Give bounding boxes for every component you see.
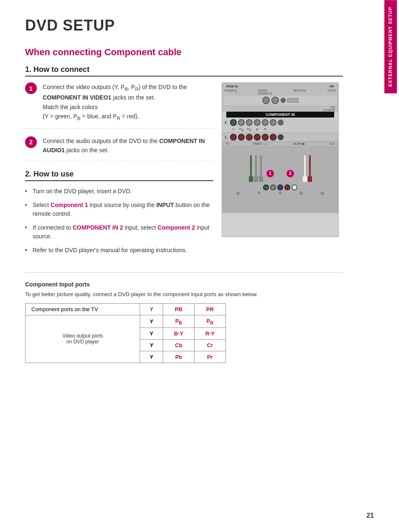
cont-label: CONT [327, 89, 336, 95]
row1-label: 1 [225, 135, 229, 139]
step1-text: Connect the video outputs (Y, PB, PR) of… [43, 82, 213, 123]
row2-y: Y [140, 328, 163, 340]
cable-num1: 1 [266, 170, 274, 177]
row2-pr: R-Y [194, 328, 226, 340]
page-title: DVD SETUP [25, 17, 343, 34]
section-title: When connecting Component cable [25, 47, 343, 58]
audio-right-label: AUDIO▶ [293, 142, 304, 146]
bullet-item-2: Select Component 1 input source by using… [25, 201, 213, 218]
row4-y: Y [140, 351, 163, 363]
row3-pb: Cb [163, 340, 194, 351]
video-label: VIDEO —— [253, 142, 269, 145]
bullet-item-3: If connected to COMPONENT IN 2 input, se… [25, 223, 213, 241]
table-header-col1: Component ports on the TV [26, 303, 140, 315]
table-header-row: Component ports on the TV Y PB PR [26, 303, 226, 315]
ports-info-title: Component Input ports [25, 281, 343, 288]
table-header-col2: Y [140, 303, 163, 315]
dvd-label-cell: Video output portson DVD player [26, 315, 140, 363]
row4-pr: Pr [194, 351, 226, 363]
page-number: 21 [366, 512, 374, 519]
service-label: SERVICE [294, 89, 307, 95]
row2-pb: B-Y [163, 328, 194, 340]
step2-circle: 2 [25, 136, 37, 148]
subsection1-title: 1. How to connect [25, 65, 343, 77]
bullet-item-1: Turn on the DVD player, insert a DVD. [25, 187, 213, 196]
row3-pr: Cr [194, 340, 226, 351]
row4-pb: Pb [163, 351, 194, 363]
n-label: N [226, 142, 228, 145]
rgb-pc-label: RGB(PC) [225, 89, 237, 95]
table-header-col4: PR [194, 303, 226, 315]
pr-label: PR [246, 127, 253, 132]
tv-diagram: RGB IN RE RGB(PC) AUDIO(RGB/DVI) SERVICE… [222, 82, 339, 237]
bullet-list: Turn on the DVD player, insert a DVD. Se… [25, 187, 213, 255]
cable-num2: 2 [286, 170, 294, 177]
row2-label: 2 [225, 120, 229, 125]
how-to-use-section: 2. How to use Turn on the DVD player, in… [25, 170, 213, 255]
rgb-in-label: RGB IN [226, 84, 238, 88]
step1-circle: 1 [25, 82, 37, 94]
ports-info-section: Component Input ports To get better pict… [25, 272, 343, 363]
component-in-label: COMPONENT IN [266, 113, 295, 117]
row1-y: Y [140, 315, 163, 328]
left-column: 1 Connect the video outputs (Y, PB, PR) … [25, 82, 213, 260]
step-1: 1 Connect the video outputs (Y, PB, PR) … [25, 82, 213, 129]
step-2: 2 Connect the audio outputs of the DVD t… [25, 136, 213, 161]
sv-label: S-V [329, 142, 334, 145]
subsection2-title: 2. How to use [25, 170, 213, 181]
y-label: Y [230, 128, 237, 131]
audio-rgb-label: AUDIO(RGB/DVI) [258, 89, 272, 95]
row3-y: Y [140, 340, 163, 351]
row1-pr: PR [194, 315, 226, 328]
pb-label: PB [238, 127, 245, 132]
bullet-item-4: Refer to the DVD player's manual for ope… [25, 246, 213, 255]
sidebar: EXTERNAL EQUIPMENT SETUP [382, 0, 399, 251]
right-column: RGB IN RE RGB(PC) AUDIO(RGB/DVI) SERVICE… [222, 82, 343, 260]
ports-table: Component ports on the TV Y PB PR Video … [25, 303, 226, 363]
step2-text: Connect the audio outputs of the DVD to … [43, 136, 213, 155]
ports-info-subtitle: To get better picture quality, connect a… [25, 291, 343, 297]
re-label: RE [330, 84, 334, 88]
sidebar-label: EXTERNAL EQUIPMENT SETUP [384, 0, 397, 93]
table-header-col3: PB [163, 303, 194, 315]
row1-pb: PB [163, 315, 194, 328]
table-row: Video output portson DVD player Y PB PR [26, 315, 226, 328]
